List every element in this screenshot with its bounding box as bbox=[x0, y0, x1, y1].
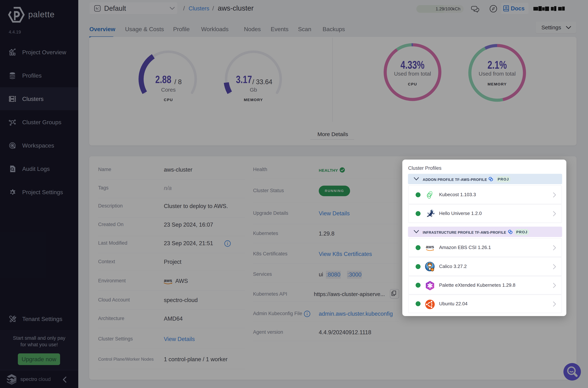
svg-text:aws: aws bbox=[426, 244, 434, 249]
